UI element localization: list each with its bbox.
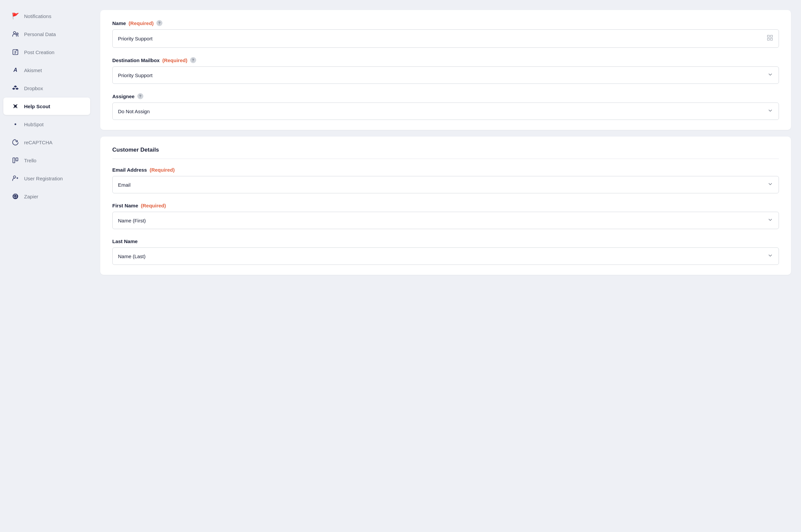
svg-point-0 [13,32,16,34]
recaptcha-icon [11,138,19,146]
sidebar-item-label: Trello [24,158,36,163]
name-field-group: Name (Required) ? [112,20,779,48]
svg-rect-13 [16,158,18,161]
main-content: Name (Required) ? Destination Mailbox (R… [94,0,801,532]
svg-point-11 [15,124,16,125]
sidebar-item-zapier[interactable]: Zapier [3,188,90,205]
sidebar-item-hubspot[interactable]: HubSpot [3,116,90,133]
post-creation-icon [11,48,19,56]
last-name-field-group: Last Name Name (Last) [112,239,779,265]
last-name-chevron [767,252,773,260]
hubspot-icon [11,120,19,128]
email-address-select[interactable]: Email [112,176,779,193]
name-input[interactable] [118,36,767,41]
sidebar-item-label: Post Creation [24,50,54,55]
last-name-value: Name (Last) [118,253,146,259]
assignee-value: Do Not Assign [118,109,150,114]
zapier-icon [11,192,19,201]
assignee-label: Assignee ? [112,93,779,99]
destination-mailbox-help-icon[interactable]: ? [190,57,196,63]
svg-rect-19 [768,38,769,40]
email-address-required: (Required) [150,167,175,173]
name-required: (Required) [129,20,154,26]
sidebar-item-label: Dropbox [24,86,43,91]
help-scout-icon [11,102,19,110]
first-name-value: Name (First) [118,218,146,224]
last-name-select[interactable]: Name (Last) [112,247,779,265]
sidebar-item-label: Akismet [24,68,42,73]
sidebar-item-label: Zapier [24,194,38,200]
sidebar-item-post-creation[interactable]: Post Creation [3,43,90,61]
email-address-field-group: Email Address (Required) Email [112,167,779,193]
last-name-label: Last Name [112,239,779,244]
svg-rect-12 [13,158,15,163]
sidebar-item-user-registration[interactable]: User Registration [3,170,90,187]
assignee-field-group: Assignee ? Do Not Assign [112,93,779,120]
sidebar-item-label: Help Scout [24,103,50,109]
svg-rect-17 [768,35,769,37]
personal-data-icon [11,30,19,38]
sidebar: 🚩 Notifications Personal Data Post Creat… [0,0,94,532]
assignee-select[interactable]: Do Not Assign [112,102,779,120]
name-input-wrapper[interactable] [112,30,779,48]
form-section-customer-details: Customer Details Email Address (Required… [100,137,791,275]
notifications-icon: 🚩 [11,12,19,20]
sidebar-item-akismet[interactable]: A Akismet [3,61,90,79]
sidebar-item-label: HubSpot [24,121,43,127]
svg-point-1 [16,33,18,35]
email-address-value: Email [118,182,131,188]
sidebar-item-trello[interactable]: Trello [3,152,90,169]
akismet-icon: A [11,66,19,74]
dropbox-icon [11,84,19,92]
email-address-label: Email Address (Required) [112,167,779,173]
destination-mailbox-field-group: Destination Mailbox (Required) ? Priorit… [112,57,779,84]
name-label: Name (Required) ? [112,20,779,26]
destination-mailbox-select[interactable]: Priority Support [112,66,779,84]
svg-rect-18 [770,35,772,37]
first-name-select[interactable]: Name (First) [112,212,779,229]
svg-rect-20 [770,38,772,40]
sidebar-item-label: Notifications [24,13,52,19]
form-section-basic: Name (Required) ? Destination Mailbox (R… [100,10,791,130]
destination-mailbox-chevron [767,72,773,79]
destination-mailbox-label: Destination Mailbox (Required) ? [112,57,779,63]
first-name-field-group: First Name (Required) Name (First) [112,203,779,229]
customer-details-title: Customer Details [112,147,779,159]
name-help-icon[interactable]: ? [156,20,162,26]
sidebar-item-recaptcha[interactable]: reCAPTCHA [3,134,90,151]
first-name-label: First Name (Required) [112,203,779,208]
destination-mailbox-value: Priority Support [118,73,152,78]
first-name-required: (Required) [141,203,166,208]
user-registration-icon [11,174,19,182]
sidebar-item-dropbox[interactable]: Dropbox [3,79,90,97]
sidebar-item-label: reCAPTCHA [24,139,53,145]
first-name-chevron [767,217,773,224]
sidebar-item-help-scout[interactable]: Help Scout [3,97,90,115]
destination-mailbox-required: (Required) [162,57,187,63]
sidebar-item-label: Personal Data [24,32,56,37]
svg-point-14 [13,176,16,178]
assignee-help-icon[interactable]: ? [137,93,143,99]
email-address-chevron [767,181,773,188]
assignee-chevron [767,108,773,115]
name-grid-icon [767,34,773,43]
sidebar-item-notifications[interactable]: 🚩 Notifications [3,7,90,25]
trello-icon [11,156,19,164]
sidebar-item-personal-data[interactable]: Personal Data [3,25,90,43]
sidebar-item-label: User Registration [24,176,63,181]
